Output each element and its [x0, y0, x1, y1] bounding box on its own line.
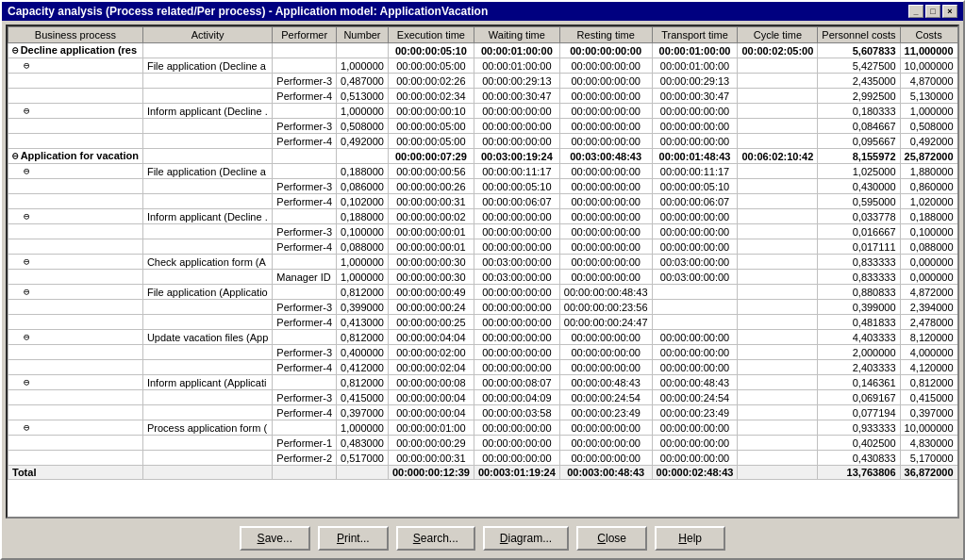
cell-cycle-time: [738, 451, 818, 466]
collapse-icon[interactable]: ⊖: [24, 286, 30, 298]
collapse-icon[interactable]: ⊖: [12, 150, 19, 162]
content-area: Business process Activity Performer Numb…: [2, 21, 963, 558]
table-row[interactable]: ⊖Inform applicant (Applicati0,81200000:0…: [8, 375, 958, 390]
close-button-footer[interactable]: Close: [576, 526, 647, 551]
collapse-icon[interactable]: ⊖: [24, 165, 30, 177]
table-row[interactable]: Performer-30,41500000:00:00:00:0400:00:0…: [8, 390, 958, 405]
collapse-icon[interactable]: ⊖: [24, 376, 30, 388]
table-row[interactable]: Performer-10,48300000:00:00:00:2900:00:0…: [8, 436, 958, 451]
cell-performer: [273, 149, 337, 164]
cell-personnel-costs: 0,430833: [818, 451, 900, 466]
table-row[interactable]: ⊖File application (Decline a0,18800000:0…: [8, 164, 958, 179]
cell-waiting-time: 00:00:00:00:00: [474, 209, 559, 224]
table-row[interactable]: ⊖File application (Decline a1,00000000:0…: [8, 58, 958, 74]
cell-performer: Performer-2: [273, 451, 337, 466]
table-row[interactable]: ⊖Update vacation files (App0,81200000:00…: [8, 330, 958, 345]
cell-personnel-costs: 2,992500: [818, 89, 900, 104]
cell-activity: [142, 270, 272, 285]
table-row[interactable]: Total00:000:00:12:3900:003:01:19:2400:00…: [8, 466, 958, 480]
cell-execution-time: 00:00:00:00:01: [388, 239, 474, 255]
cell-bp: ⊖: [8, 285, 143, 300]
cell-resting-time: 00:00:00:48:43: [559, 375, 652, 390]
table-row[interactable]: Performer-40,51300000:00:00:02:3400:00:0…: [8, 89, 958, 104]
print-button[interactable]: Print...: [318, 526, 389, 551]
cell-number: 1,000000: [337, 255, 389, 270]
cell-execution-time: 00:00:00:07:29: [388, 149, 474, 164]
minimize-button[interactable]: _: [908, 5, 923, 18]
table-row[interactable]: ⊖File application (Applicatio0,81200000:…: [8, 285, 958, 300]
collapse-icon[interactable]: ⊖: [12, 44, 19, 57]
cell-activity: [142, 390, 272, 405]
table-row[interactable]: ⊖Decline application (res00:00:00:05:100…: [8, 43, 958, 58]
table-row[interactable]: ⊖Process application form (1,00000000:00…: [8, 420, 958, 436]
search-button[interactable]: Search...: [396, 526, 475, 551]
collapse-icon[interactable]: ⊖: [24, 210, 30, 222]
table-row[interactable]: Performer-40,41200000:00:00:02:0400:00:0…: [8, 360, 958, 375]
cell-resting-time: 00:00:00:00:00: [559, 43, 652, 58]
cell-resting-time: 00:00:00:00:00: [559, 58, 652, 74]
help-button[interactable]: Help: [655, 526, 725, 551]
table-row[interactable]: Performer-30,40000000:00:00:02:0000:00:0…: [8, 345, 958, 360]
cell-personnel-costs: 0,595000: [818, 194, 900, 209]
cell-costs: 0,508000: [900, 119, 957, 134]
cell-execution-time: 00:00:00:02:34: [388, 89, 474, 104]
table-row[interactable]: Performer-30,10000000:00:00:00:0100:00:0…: [8, 224, 958, 239]
save-button[interactable]: Save...: [240, 526, 310, 551]
col-header-num: Number: [337, 27, 389, 43]
cell-personnel-costs: 8,155972: [818, 149, 900, 164]
table-row[interactable]: ⊖Inform applicant (Decline .0,18800000:0…: [8, 209, 958, 224]
cell-resting-time: 00:00:00:00:00: [559, 164, 652, 179]
cell-transport-time: 00:00:00:00:00: [652, 436, 738, 451]
table-row[interactable]: ⊖Inform applicant (Decline .1,00000000:0…: [8, 104, 958, 119]
cell-waiting-time: 00:00:00:00:00: [474, 224, 559, 239]
table-row[interactable]: Performer-40,10200000:00:00:00:3100:00:0…: [8, 194, 958, 209]
cell-bp: [8, 224, 143, 239]
cell-costs: 11,000000: [900, 43, 957, 58]
table-row[interactable]: ⊖Application for vacation00:00:00:07:290…: [8, 149, 958, 164]
table-container[interactable]: Business process Activity Performer Numb…: [6, 25, 959, 519]
cell-personnel-costs: 0,933333: [818, 420, 900, 436]
collapse-icon[interactable]: ⊖: [24, 255, 30, 268]
table-row[interactable]: Performer-40,08800000:00:00:00:0100:00:0…: [8, 239, 958, 255]
cell-costs: 10,000000: [900, 58, 957, 74]
diagram-button[interactable]: Diagram...: [483, 526, 569, 551]
cell-execution-time: 00:00:00:00:24: [388, 300, 474, 315]
maximize-button[interactable]: □: [925, 5, 940, 18]
cell-activity: File application (Decline a: [142, 58, 272, 74]
cell-execution-time: 00:00:00:05:00: [388, 58, 474, 74]
cell-execution-time: 00:00:00:05:00: [388, 134, 474, 149]
cell-personnel-costs: 0,017111: [818, 239, 900, 255]
cell-cycle-time: [738, 209, 818, 224]
table-row[interactable]: Performer-40,49200000:00:00:05:0000:00:0…: [8, 134, 958, 149]
cell-execution-time: 00:00:00:00:56: [388, 164, 474, 179]
cell-execution-time: 00:00:00:00:49: [388, 285, 474, 300]
cell-personnel-costs: 2,435000: [818, 74, 900, 89]
cell-costs: 0,088000: [900, 239, 957, 255]
collapse-icon[interactable]: ⊖: [24, 331, 30, 343]
cell-waiting-time: 00:00:00:00:00: [474, 360, 559, 375]
collapse-icon[interactable]: ⊖: [24, 59, 30, 72]
cell-transport-time: 00:00:01:00:00: [652, 58, 738, 74]
table-row[interactable]: Performer-30,48700000:00:00:02:2600:00:0…: [8, 74, 958, 89]
table-row[interactable]: Performer-30,08600000:00:00:00:2600:00:0…: [8, 179, 958, 194]
cell-number: 0,088000: [337, 239, 389, 255]
table-row[interactable]: Manager ID1,00000000:00:00:00:3000:03:00…: [8, 270, 958, 285]
cell-personnel-costs: 0,399000: [818, 300, 900, 315]
cell-cycle-time: [738, 119, 818, 134]
table-row[interactable]: Performer-30,50800000:00:00:05:0000:00:0…: [8, 119, 958, 134]
cell-execution-time: 00:00:00:00:30: [388, 270, 474, 285]
table-row[interactable]: Performer-20,51700000:00:00:00:3100:00:0…: [8, 451, 958, 466]
table-row[interactable]: ⊖Check application form (A1,00000000:00:…: [8, 255, 958, 270]
collapse-icon[interactable]: ⊖: [24, 105, 30, 117]
collapse-icon[interactable]: ⊖: [24, 421, 30, 434]
cell-execution-time: 00:00:00:05:00: [388, 119, 474, 134]
cell-waiting-time: 00:00:01:00:00: [474, 43, 559, 58]
table-row[interactable]: Performer-40,41300000:00:00:00:2500:00:0…: [8, 315, 958, 330]
table-row[interactable]: Performer-40,39700000:00:00:00:0400:00:0…: [8, 405, 958, 420]
cell-number: 0,483000: [337, 436, 389, 451]
table-row[interactable]: Performer-30,39900000:00:00:00:2400:00:0…: [8, 300, 958, 315]
close-button[interactable]: ×: [942, 5, 957, 18]
cell-bp: [8, 300, 143, 315]
cell-performer: Performer-4: [273, 315, 337, 330]
cell-transport-time: 00:00:00:00:00: [652, 134, 738, 149]
